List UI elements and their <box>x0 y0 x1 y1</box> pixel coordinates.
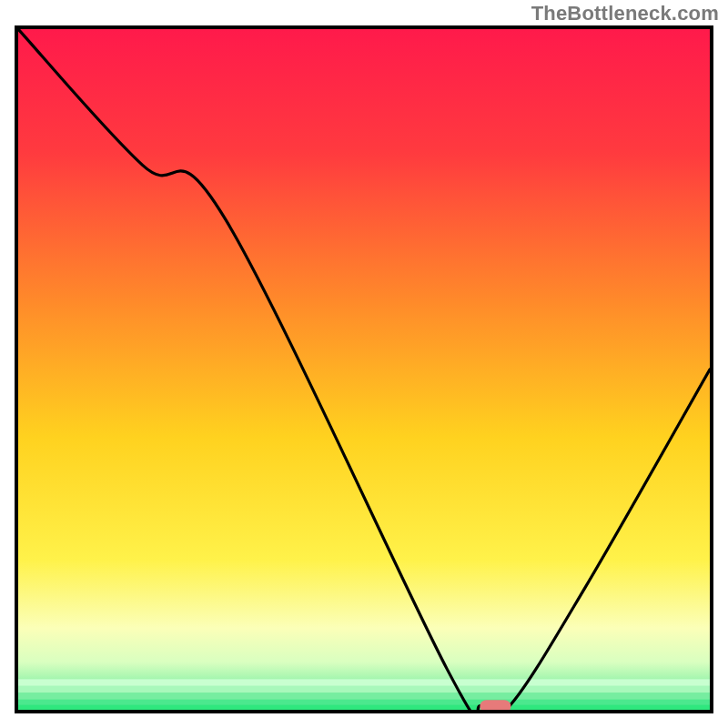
svg-rect-6 <box>480 700 511 710</box>
plot-area <box>18 29 710 710</box>
plot-frame <box>15 25 713 713</box>
optimal-marker <box>18 29 710 710</box>
chart-container: TheBottleneck.com <box>0 0 728 728</box>
attribution-label: TheBottleneck.com <box>531 2 719 25</box>
